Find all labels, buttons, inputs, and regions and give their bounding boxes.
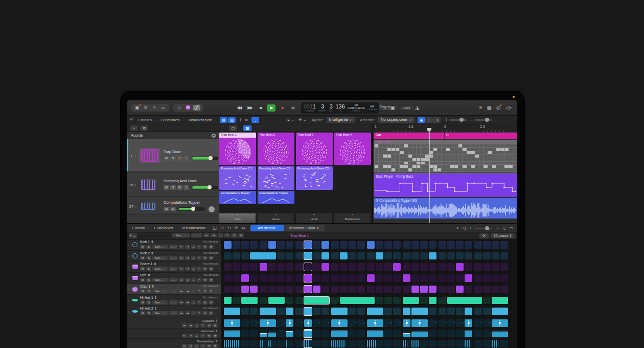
- row-up-button[interactable]: ⌃: [197, 300, 201, 304]
- step-cell[interactable]: [331, 297, 339, 304]
- step-cell[interactable]: [340, 286, 348, 293]
- row-sen-select[interactable]: Sen... ⌵: [152, 311, 168, 315]
- row-shift-left-button[interactable]: ⇤: [179, 300, 184, 304]
- step-cell-active[interactable]: [465, 274, 472, 282]
- step-cell-active[interactable]: [224, 241, 232, 249]
- bar-ruler[interactable]: 11.322.3: [372, 124, 517, 132]
- step-cell[interactable]: [295, 297, 303, 304]
- row-shift-right-button[interactable]: ⇥: [185, 300, 190, 304]
- step-cell-active[interactable]: [321, 252, 329, 260]
- row-up-button[interactable]: ⌃: [197, 267, 201, 271]
- substep-cell[interactable]: [295, 340, 303, 347]
- substep-cell[interactable]: [439, 330, 446, 337]
- substep-cell[interactable]: [474, 330, 482, 337]
- step-cell[interactable]: [500, 241, 508, 249]
- tie-active[interactable]: [411, 319, 428, 327]
- step-cell[interactable]: [286, 252, 293, 260]
- track-header-27[interactable]: 27›Computations TopperMS: [127, 198, 219, 215]
- step-cell-active[interactable]: [367, 274, 375, 282]
- tie-active[interactable]: [260, 319, 276, 327]
- catch-playhead-button[interactable]: ◉: [418, 117, 425, 123]
- row-sen-select[interactable]: Sen... ⌵: [152, 245, 168, 249]
- step-cell-active[interactable]: [393, 263, 401, 271]
- step-cell[interactable]: [349, 241, 356, 249]
- step-cell[interactable]: [331, 252, 339, 260]
- step-cell[interactable]: [340, 241, 348, 249]
- row-down-button[interactable]: ⌄: [191, 256, 196, 260]
- loop-cell[interactable]: Trap Beat 4: [334, 133, 371, 165]
- vertical-zoom-slider[interactable]: [449, 119, 467, 121]
- add-row-button[interactable]: + ⌄: [129, 233, 137, 238]
- row-mute-button[interactable]: M: [140, 245, 145, 249]
- snap-select[interactable]: Inteligente ⌵: [327, 117, 355, 123]
- solo-button[interactable]: R: [177, 185, 182, 190]
- row-shift-left-button[interactable]: ⇤: [179, 289, 184, 293]
- row-solo-button[interactable]: S: [146, 311, 151, 315]
- step-cell[interactable]: [376, 263, 383, 271]
- step-cell[interactable]: [367, 286, 375, 293]
- probability-bar[interactable]: [411, 340, 419, 347]
- step-cell[interactable]: [233, 286, 240, 293]
- step-cell[interactable]: [420, 263, 428, 271]
- mute-button[interactable]: M: [164, 185, 169, 190]
- sub-up-button[interactable]: ⌃: [200, 344, 205, 348]
- step-cell[interactable]: [250, 241, 258, 249]
- step-cell[interactable]: [331, 274, 339, 282]
- step-cell[interactable]: [233, 263, 240, 271]
- substep-cell[interactable]: [241, 340, 249, 347]
- substep-cell[interactable]: [250, 340, 258, 347]
- row-rotate-right-button[interactable]: ⟳: [209, 289, 214, 293]
- step-cell-active[interactable]: [429, 297, 436, 304]
- step-cell[interactable]: [465, 252, 472, 260]
- volume-slider[interactable]: [192, 157, 218, 160]
- row-sen-select[interactable]: Sen... ⌵: [152, 256, 168, 260]
- substep-cell[interactable]: ▸: [393, 319, 401, 327]
- row-shift-right-button[interactable]: ⇥: [185, 267, 190, 271]
- step-cell[interactable]: [331, 286, 339, 293]
- settings-icon[interactable]: ☼: [176, 105, 183, 111]
- row-shift-left-button[interactable]: ⇤: [179, 311, 184, 315]
- step-cell[interactable]: [456, 308, 464, 315]
- step-cell[interactable]: [233, 274, 240, 282]
- step-cell[interactable]: [277, 263, 285, 271]
- undo-icon[interactable]: ↶: [130, 118, 133, 122]
- velocity-bar[interactable]: [465, 331, 472, 337]
- probability-bar[interactable]: [465, 340, 471, 347]
- sub-down-button[interactable]: ⌄: [194, 323, 199, 328]
- sub-rotate-right-button[interactable]: ⟳: [213, 344, 218, 348]
- row-up-button[interactable]: ⌃: [197, 278, 201, 282]
- step-cell[interactable]: [349, 308, 356, 315]
- tie-active[interactable]: [331, 319, 348, 327]
- step-cell[interactable]: [321, 308, 329, 315]
- row-mute-button[interactable]: M: [140, 311, 145, 315]
- pan-knob[interactable]: [209, 206, 215, 212]
- width-icon[interactable]: ⇔: [496, 226, 500, 230]
- velocity-bar[interactable]: [286, 331, 293, 337]
- chord-region[interactable]: C: [445, 133, 517, 139]
- sub-down-button[interactable]: ⌄: [194, 344, 199, 348]
- rotate-right-button[interactable]: ⟳: [238, 233, 244, 237]
- step-cell-active[interactable]: [411, 286, 419, 293]
- step-cell[interactable]: [277, 274, 285, 282]
- step-cell[interactable]: [439, 241, 446, 249]
- list-icon[interactable]: ≡: [479, 105, 482, 111]
- mixer-mini-icon[interactable]: 🜲: [241, 226, 245, 230]
- step-cell[interactable]: [286, 241, 293, 249]
- substep-cell[interactable]: [456, 340, 464, 347]
- substep-cell[interactable]: [321, 330, 329, 337]
- row-down-button[interactable]: ⌄: [191, 311, 196, 315]
- step-cell[interactable]: [313, 263, 320, 271]
- direction-select[interactable]: → ⌵: [191, 233, 202, 237]
- row-rotate-left-button[interactable]: ⟲: [202, 267, 208, 271]
- step-cell[interactable]: [384, 252, 392, 260]
- up-button[interactable]: ⌃: [224, 233, 230, 237]
- grid-mode-button[interactable]: ▦: [243, 125, 251, 131]
- substep-cell[interactable]: [384, 330, 392, 337]
- row-up-button[interactable]: ⌃: [197, 245, 201, 249]
- disclosure-icon[interactable]: ›: [135, 154, 136, 157]
- redo-step-icon[interactable]: ⟳: [234, 226, 238, 230]
- substep-cell[interactable]: [250, 330, 258, 337]
- step-cell[interactable]: [241, 263, 249, 271]
- sub-rotate-left-button[interactable]: ⟲: [206, 334, 212, 338]
- text-tool-button[interactable]: I: [425, 117, 433, 123]
